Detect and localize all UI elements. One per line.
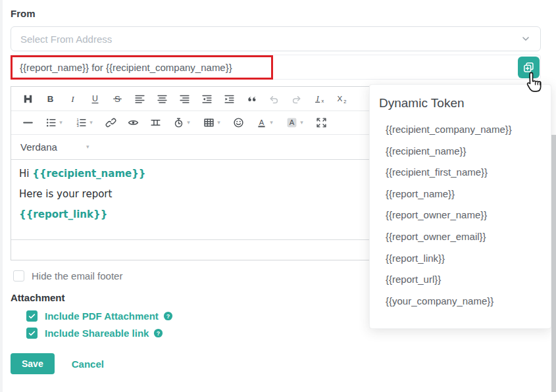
svg-text:A: A	[290, 118, 295, 126]
include-pdf-label[interactable]: Include PDF Attachment	[45, 310, 159, 322]
undo-icon	[268, 93, 280, 105]
caret-down-icon: ▾	[217, 120, 220, 126]
page-break-icon	[150, 117, 161, 128]
question-circle-icon[interactable]: ?	[163, 311, 173, 321]
caret-down-icon: ▾	[59, 120, 63, 126]
italic-button[interactable]: I	[61, 89, 84, 109]
caret-down-icon: ▾	[86, 144, 89, 150]
emoji-button[interactable]	[227, 113, 249, 133]
subject-input[interactable]: {{report_name}} for {{recipient_company_…	[11, 55, 541, 80]
chevron-down-icon	[520, 34, 531, 44]
bold-icon: B	[45, 93, 56, 105]
svg-text:?: ?	[166, 313, 170, 320]
timer-button[interactable]: ▾	[166, 113, 197, 133]
svg-text:X: X	[337, 93, 342, 102]
token-item[interactable]: {{report_link}}	[370, 248, 551, 270]
token-item[interactable]: {{recipient_company_name}}	[370, 119, 551, 141]
link-icon	[105, 117, 116, 128]
add-token-icon	[522, 61, 535, 74]
italic-icon: I	[67, 93, 78, 105]
insert-token-button[interactable]	[518, 57, 540, 78]
cancel-button[interactable]: Cancel	[72, 358, 104, 370]
subject-value: {{report_name}} for {{recipient_company_…	[20, 62, 232, 73]
token-item[interactable]: {{report_name}}	[370, 184, 551, 205]
page-break-button[interactable]	[144, 113, 166, 133]
ordered-list-button[interactable]: 123▾	[69, 113, 99, 133]
include-share-checkbox[interactable]	[26, 328, 38, 339]
undo-button[interactable]	[263, 89, 285, 109]
horizontal-rule-icon	[22, 117, 34, 128]
page-left-edge	[0, 0, 3, 392]
redo-icon	[291, 93, 302, 105]
from-label: From	[11, 0, 541, 19]
font-color-button[interactable]: A▾	[249, 113, 280, 133]
outdent-icon	[201, 93, 213, 105]
token-item[interactable]: {{report_url}}	[370, 269, 551, 291]
outdent-button[interactable]	[195, 89, 218, 109]
include-pdf-checkbox[interactable]	[26, 310, 38, 322]
subscript-button[interactable]: X2	[330, 89, 352, 109]
page-scrollbar[interactable]	[551, 135, 556, 392]
token-item[interactable]: {{your_company_name}}	[370, 291, 551, 312]
caret-down-icon: ▾	[187, 120, 190, 126]
align-right-button[interactable]	[173, 89, 195, 109]
svg-text:A: A	[259, 118, 265, 126]
svg-text:I: I	[70, 93, 74, 103]
svg-text:B: B	[47, 93, 53, 103]
strikethrough-button[interactable]: S	[106, 89, 128, 109]
unordered-list-button[interactable]: ▾	[39, 113, 69, 133]
preview-button[interactable]	[122, 113, 144, 133]
blockquote-button[interactable]	[240, 89, 263, 109]
emoji-icon	[233, 117, 244, 128]
align-left-button[interactable]	[128, 89, 151, 109]
include-share-row: Include Shareable link ?	[26, 328, 541, 339]
annotation-highlight: {{report_name}} for {{recipient_company_…	[11, 55, 273, 80]
token-item[interactable]: {{report_owner_email}}	[370, 226, 551, 248]
token-item[interactable]: {{recipient_name}}	[370, 141, 551, 162]
paragraph-format-icon	[22, 93, 34, 105]
svg-text:I: I	[315, 94, 319, 103]
align-center-button[interactable]	[151, 89, 173, 109]
caret-down-icon: ▾	[300, 120, 303, 126]
blockquote-icon	[246, 93, 257, 105]
table-icon	[203, 117, 215, 128]
caret-down-icon: ▾	[89, 120, 93, 126]
underline-icon: U	[89, 93, 101, 105]
svg-text:2: 2	[343, 99, 346, 105]
font-color-icon: A	[256, 117, 267, 128]
ordered-list-icon: 123	[76, 117, 87, 128]
save-button[interactable]: Save	[11, 353, 55, 374]
indent-button[interactable]	[218, 89, 240, 109]
subscript-icon: X2	[336, 93, 347, 105]
table-button[interactable]: ▾	[197, 113, 227, 133]
from-address-select[interactable]: Select From Address	[11, 26, 541, 51]
font-name-label: Verdana	[20, 141, 57, 153]
dynamic-token-dropdown: Dynamic Token {{recipient_company_name}}…	[369, 84, 551, 329]
token-item[interactable]: {{report_owner_name}}	[370, 205, 551, 226]
fullscreen-button[interactable]	[310, 113, 332, 133]
bold-button[interactable]: B	[39, 89, 61, 109]
include-share-label[interactable]: Include Shareable link	[45, 328, 149, 339]
question-circle-icon[interactable]: ?	[153, 328, 163, 338]
background-color-icon: A	[286, 117, 297, 128]
clear-format-button[interactable]: Ix	[307, 89, 330, 109]
hide-footer-label[interactable]: Hide the email footer	[32, 270, 122, 282]
timer-icon	[173, 117, 184, 128]
align-center-icon	[157, 93, 168, 105]
indent-icon	[224, 93, 235, 105]
link-button[interactable]	[99, 113, 122, 133]
recipient-name-token: {{recipient_name}}	[32, 168, 145, 180]
redo-button[interactable]	[285, 89, 307, 109]
horizontal-rule-button[interactable]	[16, 113, 39, 133]
dynamic-token-title: Dynamic Token	[370, 85, 551, 110]
fullscreen-icon	[316, 117, 327, 128]
token-list: {{recipient_company_name}}{{recipient_na…	[370, 119, 551, 312]
paragraph-format-button[interactable]	[16, 89, 39, 109]
token-item[interactable]: {{recipient_first_name}}	[370, 162, 551, 184]
svg-text:3: 3	[77, 124, 79, 128]
hide-footer-checkbox[interactable]	[13, 270, 24, 282]
underline-button[interactable]: U	[84, 89, 106, 109]
from-address-placeholder: Select From Address	[20, 34, 520, 45]
background-color-button[interactable]: A▾	[280, 113, 310, 133]
form-actions: Save Cancel	[11, 353, 541, 374]
